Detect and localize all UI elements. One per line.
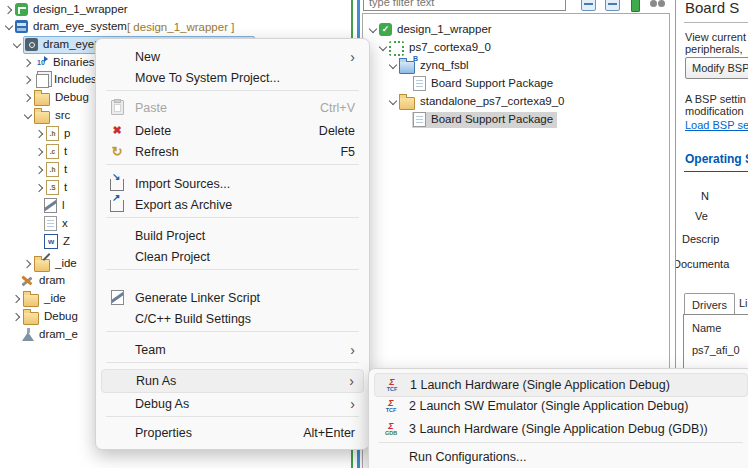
ptree-label: ps7_cortexa9_0 bbox=[409, 39, 491, 56]
ptree-board-support-package-selected[interactable]: Board Support Package bbox=[363, 111, 557, 128]
view-menu-icon[interactable] bbox=[650, 0, 666, 9]
tree-item-debug-folder2[interactable]: Debug bbox=[0, 308, 78, 325]
collapse-chevron-icon[interactable] bbox=[387, 57, 399, 74]
submenu-arrow-icon: › bbox=[350, 397, 355, 411]
expand-chevron-icon[interactable] bbox=[34, 179, 46, 196]
submenu-item-label: 2 Launch SW Emulator (Single Application… bbox=[409, 399, 688, 413]
submenu-item-launch-sw-emulator[interactable]: Σ TCF 2 Launch SW Emulator (Single Appli… bbox=[374, 395, 748, 417]
menu-item-cpp-build-settings[interactable]: C/C++ Build Settings bbox=[101, 308, 364, 329]
expand-chevron-icon[interactable] bbox=[11, 290, 23, 307]
expand-chevron-icon[interactable] bbox=[34, 143, 46, 160]
ptree-design-1-wrapper[interactable]: ✓ design_1_wrapper bbox=[363, 21, 492, 38]
expand-chevron-icon[interactable] bbox=[34, 161, 46, 178]
tree-item-c-file[interactable]: .c t bbox=[0, 143, 67, 160]
tree-item-label: dram_eye_system bbox=[33, 18, 127, 35]
submenu-item-run-configurations[interactable]: Run Configurations... bbox=[374, 446, 748, 468]
expand-chevron-icon[interactable] bbox=[22, 71, 34, 88]
tree-item-design-1-wrapper[interactable]: design_1_wrapper bbox=[0, 1, 128, 18]
menu-separator bbox=[106, 217, 359, 218]
modify-bsp-button[interactable]: Modify BSP bbox=[685, 57, 748, 79]
menu-item-team[interactable]: Team › bbox=[101, 339, 364, 360]
collapse-chevron-icon[interactable] bbox=[377, 39, 389, 56]
export-icon: ↗ bbox=[107, 197, 127, 212]
menu-item-export-as-archive[interactable]: ↗ Export as Archive bbox=[101, 194, 364, 215]
folder-icon bbox=[34, 93, 50, 106]
tree-item-header-file[interactable]: .h t bbox=[0, 161, 67, 178]
submenu-item-launch-hardware-gdb[interactable]: Σ GDB 3 Launch Hardware (Single Applicat… bbox=[374, 418, 748, 440]
tree-item-debug-folder[interactable]: Debug bbox=[0, 89, 89, 106]
collapse-chevron-icon[interactable] bbox=[22, 107, 34, 124]
ptree-standalone-ps7[interactable]: standalone_ps7_cortexa9_0 bbox=[363, 93, 565, 110]
expand-chevron-icon[interactable] bbox=[22, 89, 34, 106]
menu-shortcut: F5 bbox=[340, 145, 355, 159]
tree-item-ide-folder2[interactable]: _ide bbox=[0, 290, 66, 307]
tab-drivers[interactable]: Drivers bbox=[684, 293, 735, 315]
collapse-chevron-icon[interactable] bbox=[11, 36, 23, 53]
folder-icon bbox=[23, 312, 39, 325]
menu-item-new[interactable]: New › bbox=[101, 46, 364, 67]
menu-item-refresh[interactable]: ↻ Refresh F5 bbox=[101, 141, 364, 162]
selection-highlight: Board Support Package bbox=[412, 112, 557, 128]
load-bsp-settings-link[interactable]: Load BSP se bbox=[685, 119, 748, 131]
green-toolbar-icon[interactable] bbox=[631, 0, 640, 12]
tab-libraries[interactable]: Li bbox=[739, 297, 748, 309]
expand-chevron-icon[interactable] bbox=[34, 125, 46, 142]
tree-item-asm-file[interactable]: .S t bbox=[0, 179, 67, 196]
menu-item-label: Run As bbox=[136, 374, 176, 388]
link-editor-icon[interactable] bbox=[605, 0, 620, 11]
expand-chevron-icon[interactable] bbox=[22, 255, 34, 272]
menu-item-generate-linker-script[interactable]: Generate Linker Script bbox=[101, 287, 364, 308]
menu-item-label: Properties bbox=[135, 426, 192, 440]
tab-drivers-label: Drivers bbox=[692, 299, 727, 311]
tree-item-binaries[interactable]: 10 Binaries bbox=[0, 54, 95, 71]
tree-item-ide-folder[interactable]: _ide bbox=[0, 255, 77, 272]
table-row-ps7-afi-0[interactable]: ps7_afi_0 bbox=[692, 344, 740, 356]
ptree-ps7-cortexa9-0[interactable]: ps7_cortexa9_0 bbox=[363, 39, 491, 56]
tree-item-flask-file[interactable]: dram_e bbox=[0, 326, 78, 343]
tree-item-linker-script[interactable]: l bbox=[0, 197, 65, 214]
tree-item-label: l bbox=[62, 197, 65, 214]
expand-chevron-icon[interactable] bbox=[11, 308, 23, 325]
collapse-all-icon[interactable] bbox=[581, 0, 596, 11]
menu-item-paste[interactable]: Paste Ctrl+V bbox=[101, 97, 364, 118]
tree-item-src-folder[interactable]: src bbox=[0, 107, 70, 124]
menu-item-label: Delete bbox=[135, 124, 171, 138]
tree-item-word-doc[interactable]: w Z bbox=[0, 233, 70, 250]
collapse-chevron-icon[interactable] bbox=[387, 93, 399, 110]
menu-item-delete[interactable]: ✖ Delete Delete bbox=[101, 120, 364, 141]
bsp-document-icon bbox=[413, 76, 426, 91]
menu-item-run-as[interactable]: Run As › bbox=[101, 369, 364, 393]
tools-wrench-icon bbox=[20, 274, 34, 287]
menu-item-debug-as[interactable]: Debug As › bbox=[101, 393, 364, 414]
modify-bsp-button-label: Modify BSP bbox=[692, 62, 748, 74]
tree-item-project-config[interactable]: dram bbox=[0, 272, 65, 289]
tree-item-document[interactable]: x bbox=[0, 215, 68, 232]
context-menu: New › Move To System Project... Paste Ct… bbox=[95, 38, 370, 450]
collapse-chevron-icon[interactable] bbox=[367, 21, 379, 38]
menu-item-build-project[interactable]: Build Project bbox=[101, 225, 364, 246]
expand-chevron-icon[interactable] bbox=[22, 54, 34, 71]
import-icon: ↘ bbox=[107, 176, 127, 191]
menu-item-move-to-system-project[interactable]: Move To System Project... bbox=[101, 67, 364, 88]
menu-item-label: Export as Archive bbox=[135, 198, 232, 212]
submenu-item-launch-hardware[interactable]: Σ TCF 1 Launch Hardware (Single Applicat… bbox=[374, 373, 748, 397]
submenu-arrow-icon: › bbox=[349, 374, 354, 388]
menu-item-clean-project[interactable]: Clean Project bbox=[101, 246, 364, 267]
tree-item-label: design_1_wrapper bbox=[33, 1, 128, 18]
ptree-zynq-fsbl[interactable]: zynq_fsbl bbox=[363, 57, 469, 74]
includes-icon bbox=[36, 74, 49, 88]
tree-item-header-file[interactable]: .h p bbox=[0, 125, 70, 142]
tree-item-label: src bbox=[55, 107, 70, 124]
filter-input[interactable] bbox=[363, 0, 566, 11]
collapse-chevron-icon[interactable] bbox=[3, 18, 15, 35]
menu-separator bbox=[106, 90, 359, 91]
menu-item-properties[interactable]: Properties Alt+Enter bbox=[101, 422, 364, 443]
menu-item-import-sources[interactable]: ↘ Import Sources... bbox=[101, 173, 364, 194]
ptree-board-support-package[interactable]: Board Support Package bbox=[363, 75, 553, 92]
tree-item-includes[interactable]: Includes bbox=[0, 71, 97, 88]
menu-shortcut: Ctrl+V bbox=[320, 101, 355, 115]
submenu-item-label: 1 Launch Hardware (Single Application De… bbox=[410, 378, 670, 392]
tcf-launch-icon: Σ TCF bbox=[382, 399, 400, 414]
expand-chevron-icon[interactable] bbox=[3, 1, 15, 18]
tree-item-dram-eye-system[interactable]: dram_eye_system [ design_1_wrapper ] bbox=[0, 18, 234, 35]
